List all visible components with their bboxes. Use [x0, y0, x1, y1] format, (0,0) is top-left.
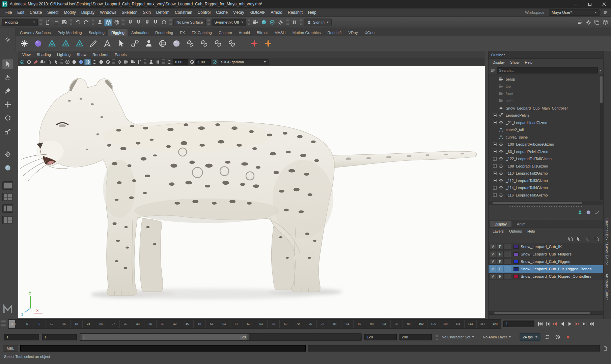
parent-constraint-icon[interactable] — [184, 37, 196, 50]
outliner-item-top[interactable]: top — [489, 83, 603, 90]
shelf-tab-animation[interactable]: Animation — [128, 29, 151, 36]
render-settings-icon[interactable] — [277, 19, 285, 26]
color-management-icon[interactable] — [211, 59, 218, 65]
playback-start-field[interactable]: 1 — [42, 334, 77, 340]
playback-speed-icon[interactable] — [554, 333, 561, 341]
exposure-icon[interactable] — [166, 59, 172, 65]
expand-toggle-icon[interactable] — [493, 171, 497, 176]
range-start-handle[interactable] — [80, 334, 82, 340]
move-layer-up-icon[interactable] — [567, 236, 574, 242]
step-forward-frame-button[interactable] — [581, 320, 588, 328]
new-empty-layer-icon[interactable] — [585, 236, 591, 242]
timeline-drag-handle[interactable] — [1, 320, 6, 328]
outliner-vertical-scrollbar[interactable] — [600, 75, 603, 200]
shelf-tab-custom[interactable]: Custom — [216, 29, 235, 36]
outliner-item-curve1-spine[interactable]: curve1_spine — [489, 133, 603, 141]
menu-display[interactable]: Display — [79, 8, 97, 17]
expand-toggle-icon[interactable] — [493, 178, 497, 183]
shelf-editor-gear-icon[interactable] — [5, 37, 10, 42]
menu-windows[interactable]: Windows — [97, 8, 119, 17]
2d-pan-zoom-icon[interactable] — [53, 59, 59, 65]
soft-modification-tool[interactable] — [2, 162, 13, 173]
attribute-editor-vertical-tab[interactable]: Attribute Editor — [605, 274, 609, 300]
xray-icon[interactable] — [148, 59, 154, 65]
fps-dropdown[interactable]: 24 fps — [520, 333, 540, 341]
outliner-item-tailtail-gizmo[interactable]: _122_LeopradTailTailGizmo — [489, 155, 603, 163]
layer-menu-options[interactable]: Options — [506, 229, 525, 233]
outliner-search-input[interactable] — [497, 67, 598, 73]
humanik-icon[interactable] — [577, 209, 583, 215]
symmetry-dropdown[interactable]: Symmetry: Off — [212, 19, 246, 26]
expand-toggle-icon[interactable] — [493, 149, 497, 154]
play-backwards-button[interactable] — [559, 320, 566, 328]
ipr-render-icon[interactable] — [260, 19, 268, 26]
shelf-tab-arnold[interactable]: Arnold — [236, 29, 253, 36]
go-to-start-button[interactable] — [536, 320, 544, 328]
viewport-menu-lighting[interactable]: Lighting — [54, 53, 74, 57]
bind-skin-icon[interactable] — [143, 37, 155, 50]
command-result-field[interactable] — [308, 345, 600, 352]
outliner-menu-show[interactable]: Show — [507, 60, 522, 64]
menu-arnold[interactable]: Arnold — [268, 8, 285, 17]
select-component-icon[interactable] — [113, 19, 120, 26]
play-forwards-button[interactable] — [566, 320, 574, 328]
outliner-menu-display[interactable]: Display — [490, 60, 507, 64]
shelf-tab-fx-caching[interactable]: FX Caching — [189, 29, 215, 36]
layout-single-pane-button[interactable] — [2, 181, 13, 190]
layer-color-swatch[interactable] — [513, 252, 519, 256]
lock-camera-icon[interactable] — [26, 59, 32, 65]
range-end-handle[interactable] — [247, 334, 249, 340]
gate-mask-icon[interactable] — [136, 59, 143, 65]
current-time-field[interactable]: 1 — [503, 321, 534, 327]
move-tool[interactable] — [2, 99, 13, 110]
outliner-item-front[interactable]: front — [489, 90, 603, 97]
outliner-filter-caret-icon[interactable] — [599, 70, 601, 71]
layer-display-type-cell[interactable] — [504, 273, 511, 279]
snap-to-plane-icon[interactable] — [151, 19, 159, 26]
new-scene-icon[interactable] — [44, 19, 51, 26]
aim-constraint-icon[interactable] — [226, 37, 238, 50]
edit-pencil-icon[interactable] — [593, 209, 600, 215]
step-back-frame-button[interactable] — [544, 320, 551, 328]
move-layer-down-icon[interactable] — [576, 236, 582, 242]
viewport-menu-shading[interactable]: Shading — [34, 53, 54, 57]
camera-attributes-icon[interactable] — [32, 59, 39, 65]
animation-start-field[interactable]: 1 — [4, 334, 39, 340]
tool-settings-toggle-icon[interactable] — [584, 19, 592, 26]
layer-visibility-toggle[interactable]: V — [489, 244, 496, 250]
layer-visibility-toggle[interactable]: V — [489, 266, 496, 272]
toolbar-group-collapse[interactable] — [112, 59, 115, 65]
layer-menu-help[interactable]: Help — [525, 229, 538, 233]
pause-icon[interactable] — [155, 59, 161, 65]
viewport-menu-show[interactable]: Show — [74, 53, 89, 57]
ambient-occlusion-icon[interactable] — [98, 59, 104, 65]
contrast-icon[interactable] — [189, 59, 195, 65]
layout-four-pane-button[interactable] — [2, 193, 13, 201]
expand-toggle-icon[interactable] — [493, 142, 497, 147]
toolbar-group-collapse[interactable] — [122, 19, 124, 26]
render-view-icon[interactable] — [252, 19, 259, 26]
viewport-menu-panels[interactable]: Panels — [112, 53, 130, 57]
shelf-tab-redshift[interactable]: Redshift — [324, 29, 344, 36]
hik-control-rig-icon[interactable] — [60, 37, 72, 50]
layer-tab-display[interactable]: Display — [490, 221, 511, 227]
animation-end-field[interactable]: 200 — [399, 334, 432, 340]
orient-constraint-icon[interactable] — [212, 37, 224, 50]
shaded-icon[interactable] — [71, 59, 77, 65]
cluster-icon[interactable] — [170, 37, 183, 50]
outliner-item-side[interactable]: side — [489, 97, 603, 105]
close-button[interactable] — [597, 0, 611, 8]
menu-cache[interactable]: Cache — [213, 8, 230, 17]
layer-visibility-toggle[interactable]: V — [489, 251, 496, 257]
command-input[interactable] — [20, 345, 306, 352]
image-plane-icon[interactable] — [46, 59, 52, 65]
toolbar-group-collapse[interactable] — [436, 334, 438, 340]
select-hierarchy-icon[interactable] — [96, 19, 104, 26]
viewport-menu-view[interactable]: View — [19, 53, 34, 57]
step-back-key-button[interactable] — [551, 320, 559, 328]
toolbar-group-collapse[interactable] — [144, 59, 146, 65]
playback-range-bar[interactable]: 1 120 — [80, 334, 249, 340]
panel-separator-handle[interactable] — [489, 205, 603, 208]
layer-tab-anim[interactable]: Anim — [512, 221, 530, 227]
modeling-toolkit-toggle-icon[interactable] — [601, 19, 609, 26]
